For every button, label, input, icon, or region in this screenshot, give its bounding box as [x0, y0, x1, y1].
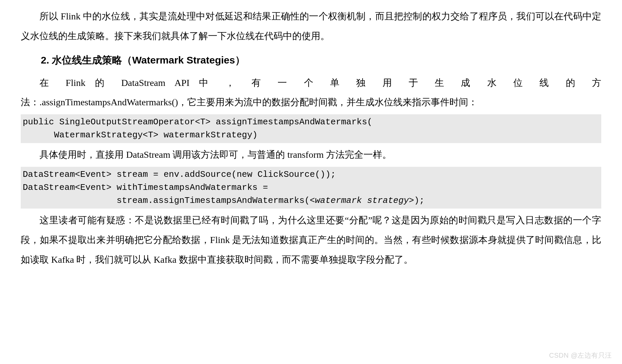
code-italic: <watermark strategy> — [310, 196, 414, 206]
csdn-watermark: CSDN @左边有只汪 — [549, 351, 612, 360]
code-line: WatermarkStrategy<T> watermarkStrategy) — [23, 130, 257, 140]
paragraph-3: 具体使用时，直接用 DataStream 调用该方法即可，与普通的 transf… — [21, 145, 601, 165]
paragraph-4: 这里读者可能有疑惑：不是说数据里已经有时间戳了吗，为什么这里还要“分配”呢？这是… — [21, 211, 601, 269]
section-heading: 2. 水位线生成策略（Watermark Strategies） — [21, 53, 601, 67]
code-block-1: public SingleOutputStreamOperator<T> ass… — [21, 114, 601, 143]
paragraph-1: 所以 Flink 中的水位线，其实是流处理中对低延迟和结果正确性的一个权衡机制，… — [21, 7, 601, 46]
code-line: stream.assignTimestampsAndWatermarks(<wa… — [23, 196, 424, 206]
paragraph-2-line1: 在 Flink 的 DataStream API 中 ， 有 一 个 单 独 用… — [21, 73, 601, 93]
code-line: public SingleOutputStreamOperator<T> ass… — [23, 117, 372, 127]
code-line: DataStream<Event> stream = env.addSource… — [23, 169, 336, 179]
paragraph-2-rest: 法：.assignTimestampsAndWatermarks()，它主要用来… — [21, 93, 601, 112]
document-page: 所以 Flink 中的水位线，其实是流处理中对低延迟和结果正确性的一个权衡机制，… — [0, 0, 622, 364]
code-line: DataStream<Event> withTimestampsAndWater… — [23, 183, 273, 193]
code-block-2: DataStream<Event> stream = env.addSource… — [21, 167, 601, 209]
